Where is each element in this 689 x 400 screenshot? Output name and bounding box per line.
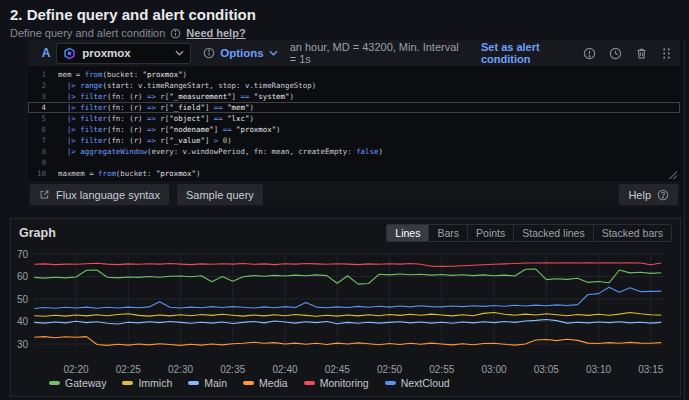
code-line-7[interactable]: 7 |> filter(fn: (r) => r["_value"] > 0) [28,135,680,146]
line-number: 1 [28,69,58,80]
options-label: Options [220,47,263,59]
timeseries-chart[interactable]: 304050607002:2002:2502:3002:3502:4002:45… [11,245,682,379]
page-subtitle: Define query and alert condition Need he… [10,27,246,39]
chart-legend: GatewayImmichMainMediaMonitoringNextClou… [49,377,450,389]
sample-query-button[interactable]: Sample query [177,184,263,205]
x-axis-tick: 02:35 [220,364,245,375]
line-number: 2 [28,80,58,91]
legend-item-immich[interactable]: Immich [122,377,172,389]
set-alert-condition-button[interactable]: Set as alert condition [481,41,583,65]
graph-style-radio-group: LinesBarsPointsStacked linesStacked bars [386,224,672,242]
page-subtitle-text: Define query and alert condition [10,27,165,39]
x-axis-tick: 02:40 [272,364,297,375]
page-title: 2. Define query and alert condition [10,6,256,23]
info-circle-icon [203,47,215,59]
code-line-1[interactable]: 1mem = from(bucket: "proxmox") [28,69,680,80]
graph-mode-bars[interactable]: Bars [428,225,467,241]
legend-item-media[interactable]: Media [243,377,288,389]
question-circle-icon [657,189,669,201]
editor-resize-handle[interactable] [669,171,677,179]
graph-mode-stacked-bars[interactable]: Stacked bars [593,225,671,241]
code-line-8[interactable]: 8 |> aggregateWindow(every: v.windowPeri… [28,146,680,157]
legend-label: Media [259,377,288,389]
options-toggle[interactable]: Options [203,47,277,59]
query-editor-card: A proxmox Options an hour, MD [28,40,680,207]
x-axis-tick: 03:15 [638,364,663,375]
line-number: 10 [28,168,58,179]
legend-label: Immich [138,377,172,389]
code-line-9[interactable]: 9 [28,157,680,168]
graph-panel-title: Graph [19,226,56,240]
query-options-summary: an hour, MD = 43200, Min. Interval = 1s [290,41,467,65]
y-axis-tick: 50 [17,294,29,305]
drag-handle-icon[interactable] [661,47,672,60]
x-axis-tick: 02:20 [63,364,88,375]
legend-item-monitoring[interactable]: Monitoring [304,377,369,389]
influxdb-logo-icon [63,47,76,60]
chevron-down-icon [269,50,278,56]
info-circle-icon [170,28,181,39]
y-axis-tick: 30 [17,339,29,350]
chevron-down-icon [175,50,184,56]
legend-label: Main [204,377,227,389]
x-axis-tick: 02:50 [377,364,402,375]
line-number: 8 [28,146,58,157]
legend-item-main[interactable]: Main [188,377,227,389]
line-number: 5 [28,113,58,124]
x-axis-tick: 03:05 [534,364,559,375]
datasource-picker[interactable]: proxmox [56,43,191,64]
exclamation-circle-icon[interactable] [583,47,596,60]
query-ref-id: A [36,46,56,60]
query-header-row: A proxmox Options an hour, MD [28,40,680,66]
code-line-5[interactable]: 5 |> filter(fn: (r) => r["object"] == "l… [28,113,680,124]
legend-item-nextcloud[interactable]: NextCloud [385,377,450,389]
legend-label: Gateway [65,377,106,389]
legend-label: NextCloud [401,377,450,389]
line-number: 4 [28,102,58,113]
scrollbar-track[interactable] [684,40,685,400]
graph-panel: Graph LinesBarsPointsStacked linesStacke… [10,218,681,397]
editor-toolbar: Flux language syntax Sample query Help [28,182,680,207]
graph-mode-lines[interactable]: Lines [387,225,428,241]
code-line-2[interactable]: 2 |> range(start: v.timeRangeStart, stop… [28,80,680,91]
y-axis-tick: 60 [17,271,29,282]
legend-color-icon [188,381,199,385]
x-axis-tick: 02:45 [325,364,350,375]
need-help-link[interactable]: Need help? [186,27,245,39]
y-axis-tick: 40 [17,316,29,327]
help-button[interactable]: Help [619,184,678,205]
trash-icon[interactable] [635,47,648,60]
legend-color-icon [122,381,133,385]
code-line-10[interactable]: 10maxmem = from(bucket: "proxmox") [28,168,680,179]
line-number: 6 [28,124,58,135]
graph-mode-points[interactable]: Points [467,225,513,241]
query-row-actions [583,47,672,60]
line-number: 7 [28,135,58,146]
legend-color-icon [49,381,60,385]
legend-color-icon [385,381,396,385]
external-link-icon [39,189,50,200]
code-line-6[interactable]: 6 |> filter(fn: (r) => r["nodename"] == … [28,124,680,135]
graph-mode-stacked-lines[interactable]: Stacked lines [513,225,592,241]
y-axis-tick: 70 [17,249,29,260]
legend-color-icon [243,381,254,385]
code-line-4[interactable]: 4 |> filter(fn: (r) => r["_field"] == "m… [28,102,680,113]
x-axis-tick: 02:30 [168,364,193,375]
flux-code-editor[interactable]: 1mem = from(bucket: "proxmox")2 |> range… [28,66,680,181]
graph-panel-header: Graph LinesBarsPointsStacked linesStacke… [11,219,680,242]
history-icon[interactable] [609,47,622,60]
datasource-name: proxmox [82,47,169,59]
x-axis-tick: 02:55 [429,364,454,375]
x-axis-tick: 02:25 [116,364,141,375]
x-axis-tick: 03:10 [586,364,611,375]
flux-syntax-button[interactable]: Flux language syntax [30,184,169,205]
line-number: 3 [28,91,58,102]
legend-color-icon [304,381,315,385]
legend-label: Monitoring [320,377,369,389]
code-line-3[interactable]: 3 |> filter(fn: (r) => r["_measurement"]… [28,91,680,102]
legend-item-gateway[interactable]: Gateway [49,377,106,389]
line-number: 9 [28,157,58,168]
x-axis-tick: 03:00 [481,364,506,375]
